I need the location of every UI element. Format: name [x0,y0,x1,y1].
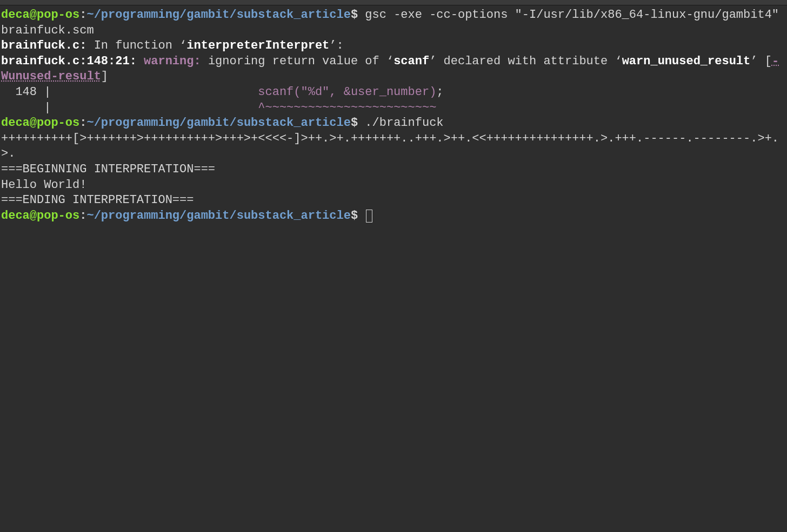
terminal-cursor[interactable] [366,210,372,223]
prompt-user-host: deca@pop-os [1,209,79,223]
terminal-line-7: ++++++++++[>+++++++>++++++++++>+++>+<<<<… [1,131,786,162]
terminal-line-2: brainfuck.c: In function ‘interpreterInt… [1,38,786,54]
prompt-colon: : [79,8,86,22]
compiler-text: ’ [ [750,55,772,68]
prompt-user-host: deca@pop-os [1,8,79,22]
compiler-function: interpreterInterpret [186,39,329,52]
prompt-colon: : [79,116,86,130]
line-number-gutter: 148 | [1,85,258,99]
command-text: ./brainfuck [365,116,443,130]
terminal-line-4: 148 | scanf("%d", &user_number); [1,85,786,100]
terminal-line-3: brainfuck.c:148:21: warning: ignoring re… [1,54,786,85]
prompt-dollar: $ [351,209,365,223]
prompt-path: ~/programming/gambit/substack_article [86,8,350,22]
compiler-text: ’ declared with attribute ‘ [429,55,622,68]
prompt-user-host: deca@pop-os [1,116,79,130]
prompt-dollar: $ [351,8,365,22]
compiler-text: ] [101,70,108,83]
prompt-path: ~/programming/gambit/substack_article [86,209,350,223]
prompt-colon: : [79,209,86,223]
program-output: Hello World! [1,178,86,192]
program-output: ===BEGINNING INTERPRETATION=== [1,163,215,176]
compiler-location: brainfuck.c:148:21: [1,55,144,68]
prompt-path: ~/programming/gambit/substack_article [86,116,350,130]
prompt-dollar: $ [351,116,365,130]
compiler-attribute: warn_unused_result [622,55,751,68]
compiler-file: brainfuck.c: [1,39,86,52]
terminal-line-8: ===BEGINNING INTERPRETATION=== [1,162,786,178]
caret-prefix: | [1,101,258,115]
program-input: ++++++++++[>+++++++>++++++++++>+++>+<<<<… [1,132,779,161]
program-output: ===ENDING INTERPRETATION=== [1,193,194,207]
terminal-line-12: deca@pop-os:~/programming/gambit/substac… [1,208,786,224]
source-semicolon: ; [436,85,443,99]
compiler-text: ignoring return value of ‘ [208,55,394,68]
terminal-output[interactable]: deca@pop-os:~/programming/gambit/substac… [0,5,787,226]
terminal-line-1: deca@pop-os:~/programming/gambit/substac… [1,8,786,38]
terminal-line-9: Hello World! [1,178,786,193]
compiler-text: ’: [329,39,343,52]
compiler-text: In function ‘ [86,39,186,52]
caret-underline: ^~~~~~~~~~~~~~~~~~~~~~~~~ [258,101,436,115]
window-titlebar [0,0,787,5]
terminal-line-11: ===ENDING INTERPRETATION=== [1,193,786,208]
source-code-highlight: scanf("%d", &user_number) [258,85,436,99]
terminal-line-6: deca@pop-os:~/programming/gambit/substac… [1,116,786,131]
compiler-symbol: scanf [394,55,429,68]
terminal-line-5: | ^~~~~~~~~~~~~~~~~~~~~~~~~ [1,100,786,116]
compiler-warning-label: warning: [144,55,208,68]
